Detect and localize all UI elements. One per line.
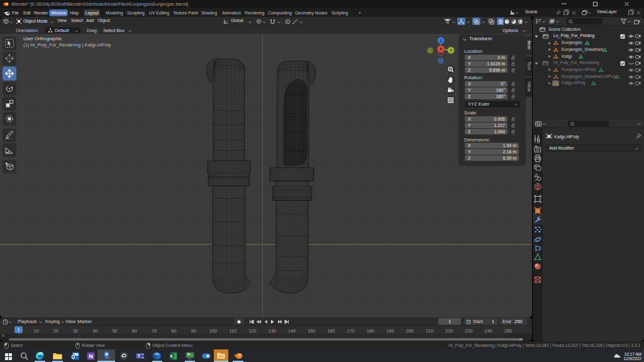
svg-text:250: 250 [504,328,512,334]
svg-text:130: 130 [269,328,276,334]
svg-text:240: 240 [485,328,492,334]
svg-text:50: 50 [113,328,118,334]
svg-text:20: 20 [53,328,58,334]
svg-text:60: 60 [132,328,137,334]
svg-text:180: 180 [367,328,374,334]
svg-text:200: 200 [406,328,414,334]
svg-text:10: 10 [33,328,38,334]
svg-text:170: 170 [347,328,355,334]
svg-text:80: 80 [171,328,176,334]
svg-text:150: 150 [308,328,315,334]
svg-text:70: 70 [152,328,157,334]
svg-text:210: 210 [426,328,433,334]
svg-text:160: 160 [327,328,335,334]
svg-text:90: 90 [191,328,196,334]
svg-text:120: 120 [248,328,256,334]
svg-text:Z: Z [440,38,442,42]
svg-text:140: 140 [288,328,296,334]
svg-text:T: T [138,354,140,358]
svg-text:100: 100 [209,328,217,334]
svg-text:110: 110 [229,328,236,334]
svg-text:230: 230 [465,328,472,334]
svg-text:40: 40 [92,328,97,334]
svg-text:30: 30 [73,328,78,334]
svg-text:190: 190 [386,328,394,334]
svg-text:N: N [89,353,93,359]
svg-text:220: 220 [445,328,453,334]
